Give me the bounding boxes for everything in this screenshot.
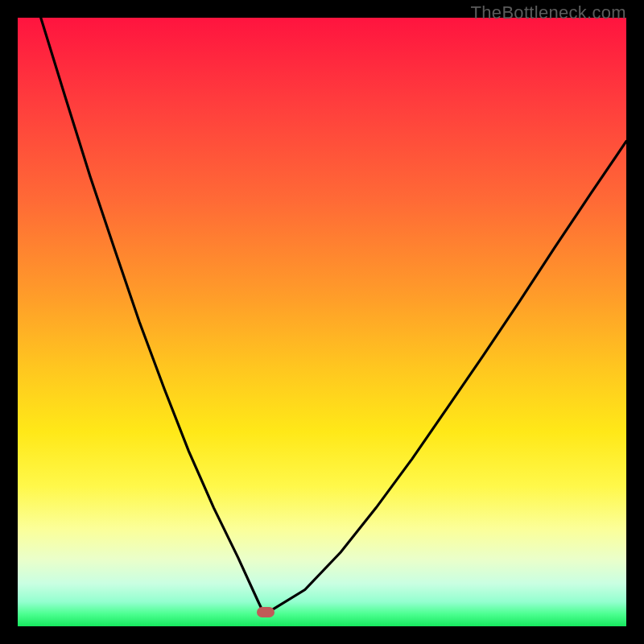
plot-area <box>18 18 626 626</box>
chart-frame: TheBottleneck.com <box>0 0 644 644</box>
watermark-text: TheBottleneck.com <box>471 2 626 23</box>
bottleneck-curve <box>18 18 626 626</box>
optimal-marker <box>257 607 275 617</box>
